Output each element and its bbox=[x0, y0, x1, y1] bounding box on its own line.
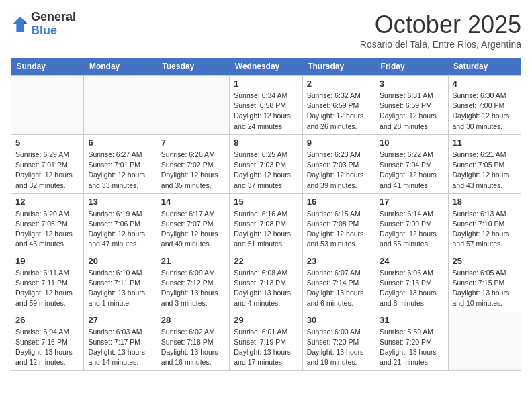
page-header: General Blue October 2025 Rosario del Ta… bbox=[11, 11, 521, 50]
header-day-friday: Friday bbox=[375, 58, 448, 76]
day-info: Sunrise: 6:34 AM Sunset: 6:58 PM Dayligh… bbox=[234, 91, 298, 132]
day-number: 9 bbox=[307, 138, 371, 148]
day-info: Sunrise: 6:11 AM Sunset: 7:11 PM Dayligh… bbox=[15, 268, 79, 309]
day-number: 31 bbox=[380, 315, 443, 325]
day-number: 30 bbox=[307, 315, 371, 325]
calendar-cell bbox=[84, 76, 157, 135]
calendar-cell: 18Sunrise: 6:13 AM Sunset: 7:10 PM Dayli… bbox=[448, 193, 521, 253]
day-info: Sunrise: 6:14 AM Sunset: 7:09 PM Dayligh… bbox=[380, 209, 443, 250]
day-number: 25 bbox=[453, 256, 517, 266]
header-day-tuesday: Tuesday bbox=[157, 58, 229, 76]
month-title: October 2025 bbox=[360, 11, 521, 39]
calendar-cell: 3Sunrise: 6:31 AM Sunset: 6:59 PM Daylig… bbox=[375, 76, 448, 135]
day-number: 19 bbox=[15, 256, 79, 266]
day-number: 4 bbox=[453, 79, 517, 89]
calendar-cell: 23Sunrise: 6:07 AM Sunset: 7:14 PM Dayli… bbox=[302, 253, 375, 312]
logo-icon bbox=[11, 15, 30, 34]
header-row: SundayMondayTuesdayWednesdayThursdayFrid… bbox=[11, 58, 521, 76]
calendar-cell: 15Sunrise: 6:16 AM Sunset: 7:08 PM Dayli… bbox=[230, 193, 302, 253]
day-number: 11 bbox=[453, 138, 517, 148]
day-number: 13 bbox=[88, 197, 152, 207]
day-info: Sunrise: 6:32 AM Sunset: 6:59 PM Dayligh… bbox=[307, 91, 371, 132]
day-number: 8 bbox=[234, 138, 298, 148]
logo: General Blue bbox=[11, 11, 76, 38]
calendar-cell: 9Sunrise: 6:23 AM Sunset: 7:03 PM Daylig… bbox=[302, 134, 375, 193]
day-info: Sunrise: 6:20 AM Sunset: 7:05 PM Dayligh… bbox=[15, 209, 79, 250]
calendar-cell: 4Sunrise: 6:30 AM Sunset: 7:00 PM Daylig… bbox=[448, 76, 521, 135]
day-number: 28 bbox=[161, 315, 225, 325]
calendar-cell: 12Sunrise: 6:20 AM Sunset: 7:05 PM Dayli… bbox=[11, 193, 84, 253]
day-info: Sunrise: 5:59 AM Sunset: 7:20 PM Dayligh… bbox=[380, 327, 443, 368]
day-info: Sunrise: 6:22 AM Sunset: 7:04 PM Dayligh… bbox=[380, 150, 443, 191]
day-number: 6 bbox=[88, 138, 152, 148]
day-info: Sunrise: 6:09 AM Sunset: 7:12 PM Dayligh… bbox=[161, 268, 225, 309]
day-info: Sunrise: 6:31 AM Sunset: 6:59 PM Dayligh… bbox=[380, 91, 443, 132]
calendar-cell: 8Sunrise: 6:25 AM Sunset: 7:03 PM Daylig… bbox=[230, 134, 302, 193]
day-info: Sunrise: 6:08 AM Sunset: 7:13 PM Dayligh… bbox=[234, 268, 298, 309]
day-info: Sunrise: 6:15 AM Sunset: 7:08 PM Dayligh… bbox=[307, 209, 371, 250]
calendar-cell: 11Sunrise: 6:21 AM Sunset: 7:05 PM Dayli… bbox=[448, 134, 521, 193]
calendar-cell: 24Sunrise: 6:06 AM Sunset: 7:15 PM Dayli… bbox=[375, 253, 448, 312]
day-number: 2 bbox=[307, 79, 371, 89]
calendar-cell: 16Sunrise: 6:15 AM Sunset: 7:08 PM Dayli… bbox=[302, 193, 375, 253]
day-info: Sunrise: 6:17 AM Sunset: 7:07 PM Dayligh… bbox=[161, 209, 225, 250]
day-number: 1 bbox=[234, 79, 298, 89]
calendar-cell: 13Sunrise: 6:19 AM Sunset: 7:06 PM Dayli… bbox=[84, 193, 157, 253]
calendar-cell: 29Sunrise: 6:01 AM Sunset: 7:19 PM Dayli… bbox=[230, 312, 302, 371]
calendar-cell: 25Sunrise: 6:05 AM Sunset: 7:15 PM Dayli… bbox=[448, 253, 521, 312]
day-number: 23 bbox=[307, 256, 371, 266]
calendar-cell: 21Sunrise: 6:09 AM Sunset: 7:12 PM Dayli… bbox=[157, 253, 229, 312]
day-number: 5 bbox=[15, 138, 79, 148]
calendar-header: SundayMondayTuesdayWednesdayThursdayFrid… bbox=[11, 58, 521, 76]
day-info: Sunrise: 6:26 AM Sunset: 7:02 PM Dayligh… bbox=[161, 150, 225, 191]
calendar-cell: 22Sunrise: 6:08 AM Sunset: 7:13 PM Dayli… bbox=[230, 253, 302, 312]
day-number: 21 bbox=[161, 256, 225, 266]
calendar-cell: 10Sunrise: 6:22 AM Sunset: 7:04 PM Dayli… bbox=[375, 134, 448, 193]
header-day-monday: Monday bbox=[84, 58, 157, 76]
calendar-cell: 28Sunrise: 6:02 AM Sunset: 7:18 PM Dayli… bbox=[157, 312, 229, 371]
day-info: Sunrise: 6:10 AM Sunset: 7:11 PM Dayligh… bbox=[88, 268, 152, 309]
day-info: Sunrise: 6:01 AM Sunset: 7:19 PM Dayligh… bbox=[234, 327, 298, 368]
day-info: Sunrise: 6:05 AM Sunset: 7:15 PM Dayligh… bbox=[453, 268, 517, 309]
day-number: 3 bbox=[380, 79, 443, 89]
day-info: Sunrise: 6:06 AM Sunset: 7:15 PM Dayligh… bbox=[380, 268, 443, 309]
calendar-cell bbox=[448, 312, 521, 371]
day-info: Sunrise: 6:03 AM Sunset: 7:17 PM Dayligh… bbox=[88, 327, 152, 368]
day-info: Sunrise: 6:00 AM Sunset: 7:20 PM Dayligh… bbox=[307, 327, 371, 368]
day-number: 26 bbox=[15, 315, 79, 325]
day-number: 14 bbox=[161, 197, 225, 207]
calendar-table: SundayMondayTuesdayWednesdayThursdayFrid… bbox=[11, 58, 521, 371]
day-number: 27 bbox=[88, 315, 152, 325]
day-info: Sunrise: 6:27 AM Sunset: 7:01 PM Dayligh… bbox=[88, 150, 152, 191]
day-info: Sunrise: 6:16 AM Sunset: 7:08 PM Dayligh… bbox=[234, 209, 298, 250]
day-number: 20 bbox=[88, 256, 152, 266]
day-number: 24 bbox=[380, 256, 443, 266]
day-number: 17 bbox=[380, 197, 443, 207]
calendar-cell: 31Sunrise: 5:59 AM Sunset: 7:20 PM Dayli… bbox=[375, 312, 448, 371]
day-info: Sunrise: 6:13 AM Sunset: 7:10 PM Dayligh… bbox=[453, 209, 517, 250]
day-info: Sunrise: 6:23 AM Sunset: 7:03 PM Dayligh… bbox=[307, 150, 371, 191]
calendar-cell: 19Sunrise: 6:11 AM Sunset: 7:11 PM Dayli… bbox=[11, 253, 84, 312]
day-info: Sunrise: 6:02 AM Sunset: 7:18 PM Dayligh… bbox=[161, 327, 225, 368]
day-number: 22 bbox=[234, 256, 298, 266]
day-number: 10 bbox=[380, 138, 443, 148]
day-info: Sunrise: 6:25 AM Sunset: 7:03 PM Dayligh… bbox=[234, 150, 298, 191]
logo-text: General Blue bbox=[31, 11, 76, 38]
calendar-cell: 14Sunrise: 6:17 AM Sunset: 7:07 PM Dayli… bbox=[157, 193, 229, 253]
svg-marker-1 bbox=[24, 20, 28, 24]
calendar-cell bbox=[11, 76, 84, 135]
day-number: 29 bbox=[234, 315, 298, 325]
calendar-cell: 6Sunrise: 6:27 AM Sunset: 7:01 PM Daylig… bbox=[84, 134, 157, 193]
day-number: 12 bbox=[15, 197, 79, 207]
calendar-cell: 1Sunrise: 6:34 AM Sunset: 6:58 PM Daylig… bbox=[230, 76, 302, 135]
day-info: Sunrise: 6:07 AM Sunset: 7:14 PM Dayligh… bbox=[307, 268, 371, 309]
day-info: Sunrise: 6:30 AM Sunset: 7:00 PM Dayligh… bbox=[453, 91, 517, 132]
calendar-cell: 20Sunrise: 6:10 AM Sunset: 7:11 PM Dayli… bbox=[84, 253, 157, 312]
header-day-sunday: Sunday bbox=[11, 58, 84, 76]
day-number: 18 bbox=[453, 197, 517, 207]
title-block: October 2025 Rosario del Tala, Entre Rio… bbox=[360, 11, 521, 50]
week-row-3: 19Sunrise: 6:11 AM Sunset: 7:11 PM Dayli… bbox=[11, 253, 521, 312]
calendar-cell bbox=[157, 76, 229, 135]
location: Rosario del Tala, Entre Rios, Argentina bbox=[360, 39, 521, 50]
day-info: Sunrise: 6:04 AM Sunset: 7:16 PM Dayligh… bbox=[15, 327, 79, 368]
